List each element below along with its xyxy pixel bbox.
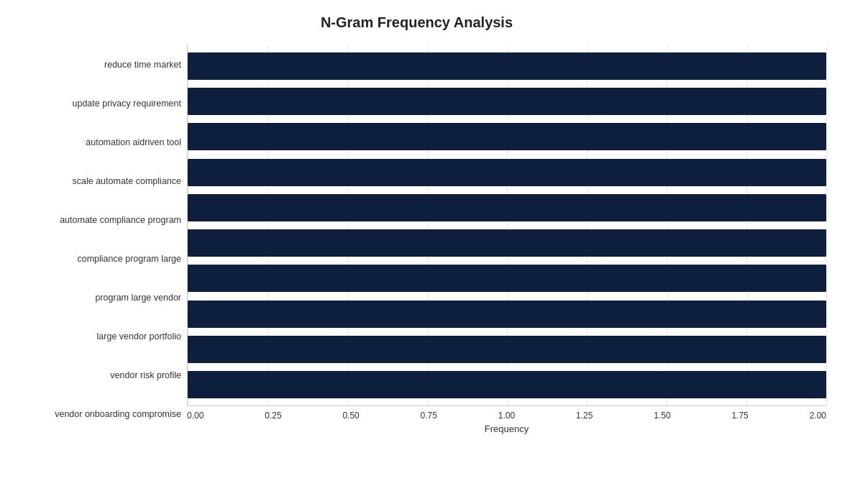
bar-row: [188, 155, 826, 190]
bar: [188, 371, 826, 398]
bar-row: [188, 48, 826, 83]
x-tick: 2.00: [810, 411, 826, 421]
y-label: update privacy requirement: [73, 85, 181, 122]
bar-row: [188, 261, 826, 296]
chart-area: reduce time marketupdate privacy require…: [7, 45, 826, 434]
grid-line: [826, 45, 827, 406]
bar-row: [188, 296, 826, 331]
y-label: compliance program large: [77, 241, 181, 278]
x-tick: 0.25: [265, 411, 281, 421]
bar: [188, 336, 826, 363]
x-tick: 0.75: [421, 411, 437, 421]
y-label: automation aidriven tool: [86, 124, 181, 161]
bar: [188, 52, 826, 80]
y-label: vendor onboarding compromise: [55, 396, 181, 434]
x-tick: 1.50: [654, 411, 670, 421]
y-label: automate compliance program: [60, 201, 181, 239]
bar: [188, 88, 826, 115]
bar-row: [188, 119, 826, 155]
bar-row: [188, 190, 826, 225]
y-label: vendor risk profile: [110, 357, 181, 395]
y-label: large vendor portfolio: [97, 319, 181, 356]
bars-and-x: 0.000.250.500.751.001.251.501.752.00 Fre…: [187, 45, 826, 434]
x-axis-label: Frequency: [187, 423, 826, 434]
bar: [188, 159, 826, 186]
x-axis: 0.000.250.500.751.001.251.501.752.00: [187, 406, 826, 421]
bar: [188, 123, 826, 150]
bars-region: [187, 45, 826, 406]
y-label: reduce time market: [104, 46, 181, 83]
bar: [188, 301, 826, 328]
bar-row: [188, 331, 826, 367]
bar: [188, 229, 826, 257]
chart-container: N-Gram Frequency Analysis reduce time ma…: [0, 0, 855, 504]
x-tick: 0.50: [342, 411, 359, 421]
bar: [188, 194, 826, 221]
bar: [188, 265, 826, 292]
bar-row: [188, 225, 826, 260]
bar-row: [188, 83, 826, 119]
bars-list: [188, 45, 826, 406]
y-label: scale automate compliance: [73, 162, 181, 200]
y-label: program large vendor: [95, 280, 181, 317]
y-axis: reduce time marketupdate privacy require…: [7, 45, 187, 434]
bar-row: [188, 367, 826, 403]
x-tick: 0.00: [187, 411, 204, 421]
x-tick: 1.25: [576, 411, 593, 421]
x-tick: 1.00: [498, 411, 515, 421]
x-tick: 1.75: [731, 411, 748, 421]
chart-title: N-Gram Frequency Analysis: [7, 14, 826, 31]
